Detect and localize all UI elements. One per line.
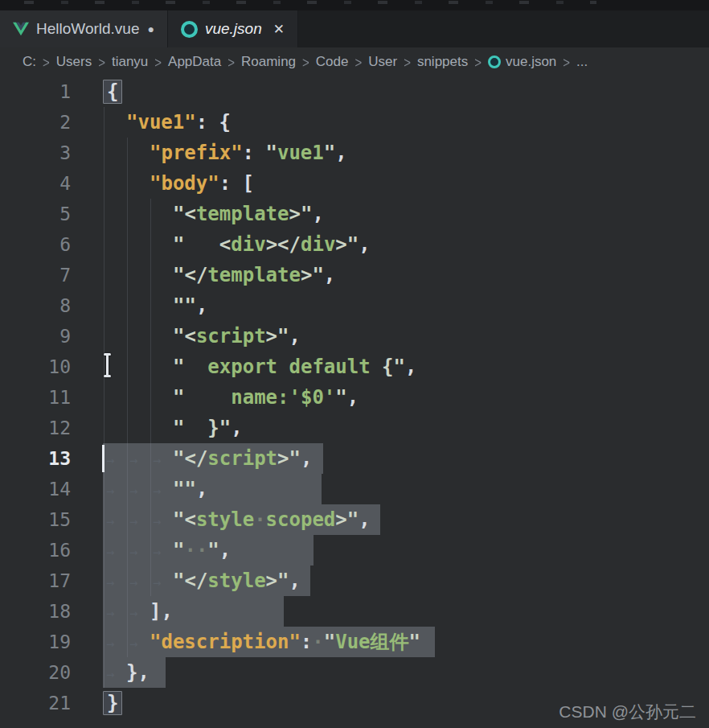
code-token: , bbox=[347, 386, 359, 409]
breadcrumb-item-c[interactable]: C: bbox=[23, 54, 36, 70]
code-line-9[interactable]: 9"<script>", bbox=[0, 321, 709, 352]
line-number[interactable]: 19 bbox=[0, 627, 103, 657]
code-token: , bbox=[219, 539, 231, 561]
breadcrumb-label: Code bbox=[316, 54, 349, 70]
line-number[interactable]: 8 bbox=[0, 290, 103, 321]
line-number[interactable]: 3 bbox=[0, 138, 103, 168]
line-number[interactable]: 20 bbox=[0, 657, 103, 688]
selection-trailing-space bbox=[150, 657, 166, 688]
code-line-6[interactable]: 6" <div></div>", bbox=[0, 229, 709, 260]
breadcrumb-separator: > bbox=[354, 53, 362, 70]
code-token: , bbox=[324, 264, 335, 286]
code-line-19[interactable]: 19→→"description":·"Vue组件" bbox=[0, 627, 709, 657]
code-line-2[interactable]: 2"vue1": { bbox=[0, 107, 709, 138]
breadcrumb-item-users[interactable]: Users bbox=[56, 54, 92, 70]
code-line-20[interactable]: 20→}, bbox=[0, 657, 709, 688]
code-token: }, bbox=[126, 661, 150, 684]
code-token: : [ bbox=[219, 172, 254, 195]
close-icon[interactable]: ✕ bbox=[273, 23, 285, 36]
code-line-5[interactable]: 5"<template>", bbox=[0, 199, 709, 229]
line-content: →}, bbox=[103, 657, 166, 688]
breadcrumb-separator: > bbox=[154, 53, 162, 70]
line-number[interactable]: 10 bbox=[0, 352, 103, 382]
line-number[interactable]: 18 bbox=[0, 596, 103, 627]
line-number[interactable]: 1 bbox=[0, 76, 103, 107]
code-token: "prefix" bbox=[150, 142, 243, 164]
line-number[interactable]: 5 bbox=[0, 199, 103, 229]
selection-trailing-space bbox=[231, 535, 314, 566]
json-file-icon bbox=[181, 21, 198, 38]
code-line-18[interactable]: 18→→], bbox=[0, 596, 709, 627]
tab-vue-json[interactable]: vue.json ✕ bbox=[168, 10, 298, 47]
line-number[interactable]: 11 bbox=[0, 382, 103, 413]
tab-whitespace-arrow: → bbox=[103, 537, 126, 567]
line-content: "prefix": "vue1", bbox=[103, 138, 347, 168]
line-content: } bbox=[103, 688, 122, 718]
code-token: ·· bbox=[184, 539, 207, 561]
code-token: " bbox=[173, 417, 184, 439]
breadcrumb-item-user[interactable]: User bbox=[368, 54, 397, 70]
line-number[interactable]: 17 bbox=[0, 566, 103, 596]
code-line-11[interactable]: 11" name:'$0'", bbox=[0, 382, 709, 413]
tab-helloworld-vue[interactable]: HelloWorld.vue ● bbox=[0, 10, 168, 47]
modified-dot-icon[interactable]: ● bbox=[147, 23, 154, 35]
vscode-window: HelloWorld.vue ● vue.json ✕ C:>Users>tia… bbox=[0, 0, 709, 728]
breadcrumb-item-appdata[interactable]: AppData bbox=[168, 54, 221, 70]
breadcrumb-item-code[interactable]: Code bbox=[316, 54, 349, 70]
line-number[interactable]: 12 bbox=[0, 413, 103, 443]
line-number[interactable]: 6 bbox=[0, 229, 103, 260]
line-number[interactable]: 7 bbox=[0, 260, 103, 290]
tab-whitespace-arrow: → bbox=[150, 506, 173, 537]
breadcrumb-item-tianyu[interactable]: tianyu bbox=[112, 54, 148, 70]
line-number[interactable]: 2 bbox=[0, 107, 103, 138]
code-line-13[interactable]: 13→→→"</script>", bbox=[0, 443, 709, 474]
line-number[interactable]: 9 bbox=[0, 321, 103, 352]
breadcrumb-item-vuejson[interactable]: vue.json bbox=[488, 54, 556, 70]
code-token: "vue1" bbox=[126, 111, 196, 134]
line-number[interactable]: 14 bbox=[0, 474, 103, 504]
code-token: } bbox=[103, 691, 122, 715]
line-number[interactable]: 13 bbox=[0, 443, 103, 474]
selection-trailing-space bbox=[301, 566, 310, 596]
code-token: }" bbox=[207, 417, 231, 439]
code-token: scoped bbox=[266, 508, 336, 531]
code-token bbox=[184, 417, 207, 439]
code-token: , bbox=[196, 294, 207, 317]
line-content: "body": [ bbox=[103, 168, 254, 199]
text-cursor bbox=[102, 445, 105, 472]
breadcrumb-label: AppData bbox=[168, 54, 221, 70]
code-line-15[interactable]: 15→→→"<style·scoped>", bbox=[0, 504, 709, 535]
breadcrumb-label: Users bbox=[56, 54, 92, 70]
line-number[interactable]: 4 bbox=[0, 168, 103, 199]
code-line-7[interactable]: 7"</template>", bbox=[0, 260, 709, 290]
line-number[interactable]: 16 bbox=[0, 535, 103, 566]
tab-whitespace-arrow: → bbox=[126, 445, 150, 475]
code-token: " bbox=[173, 386, 184, 409]
line-content: " }", bbox=[103, 413, 243, 443]
code-line-16[interactable]: 16→→→"··", bbox=[0, 535, 709, 566]
code-line-12[interactable]: 12" }", bbox=[0, 413, 709, 443]
line-number[interactable]: 15 bbox=[0, 504, 103, 535]
breadcrumb-item-snippets[interactable]: snippets bbox=[417, 54, 468, 70]
code-line-1[interactable]: 1{ bbox=[0, 76, 709, 107]
code-token: "< bbox=[173, 508, 196, 531]
code-token: < bbox=[219, 233, 231, 256]
line-number[interactable]: 21 bbox=[0, 688, 103, 718]
code-line-4[interactable]: 4"body": [ bbox=[0, 168, 709, 199]
breadcrumb: C:>Users>tianyu>AppData>Roaming>Code>Use… bbox=[0, 47, 709, 76]
code-token: >" bbox=[301, 264, 324, 286]
breadcrumb-item-roaming[interactable]: Roaming bbox=[241, 54, 296, 70]
code-line-17[interactable]: 17→→→"</style>", bbox=[0, 566, 709, 596]
line-content: { bbox=[103, 76, 122, 107]
tab-whitespace-arrow: → bbox=[126, 537, 150, 567]
code-token: , bbox=[196, 478, 207, 500]
code-editor[interactable]: 1{2"vue1": {3"prefix": "vue1",4"body": [… bbox=[0, 76, 709, 728]
breadcrumb-label: snippets bbox=[417, 54, 468, 70]
code-line-14[interactable]: 14→→→"", bbox=[0, 474, 709, 504]
code-token: "</ bbox=[173, 570, 207, 592]
breadcrumb-item-[interactable]: ... bbox=[576, 54, 588, 70]
code-token: " bbox=[266, 142, 277, 164]
code-line-3[interactable]: 3"prefix": "vue1", bbox=[0, 138, 709, 168]
code-line-8[interactable]: 8"", bbox=[0, 290, 709, 321]
selection-trailing-space bbox=[173, 596, 284, 627]
